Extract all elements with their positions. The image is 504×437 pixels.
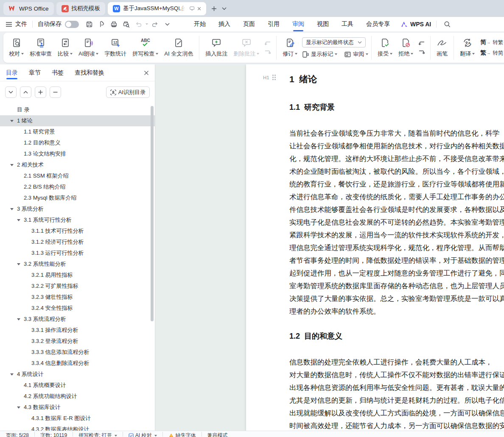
sidebar-tab[interactable]: 章节 bbox=[29, 64, 41, 81]
toc-item[interactable]: 3 系统分析 bbox=[0, 203, 155, 214]
menu-tab[interactable]: 页面 bbox=[243, 17, 255, 31]
menu-tab[interactable]: 开始 bbox=[194, 17, 206, 31]
page-indicator[interactable]: 页面: 5/28 bbox=[6, 432, 29, 437]
menu-tab[interactable]: 会员专享 bbox=[366, 17, 390, 31]
toc-item[interactable]: 3.3.1 操作流程分析 bbox=[0, 325, 155, 336]
toc-item[interactable]: 3.3.3 信息添加流程分析 bbox=[0, 347, 155, 358]
menu-tab[interactable]: 引用 bbox=[268, 17, 280, 31]
toc-item[interactable]: 2.2 B/S 结构介绍 bbox=[0, 181, 155, 192]
wps-ai-button[interactable]: WPS AI bbox=[401, 21, 431, 28]
toc-item[interactable]: 4.2 系统功能结构设计 bbox=[0, 391, 155, 402]
undo-dropdown-caret[interactable] bbox=[146, 23, 148, 25]
toc-item[interactable]: 3.3 系统流程分析 bbox=[0, 314, 155, 325]
next-change-icon[interactable] bbox=[418, 49, 426, 56]
chevron-expand-icon[interactable] bbox=[17, 406, 24, 409]
toc-item[interactable]: 3.3.2 登录流程分析 bbox=[0, 336, 155, 347]
track-changes-button[interactable]: 修订 bbox=[280, 35, 300, 61]
compat-mode-indicator[interactable]: 兼容模式 bbox=[207, 432, 228, 437]
toc-item[interactable]: 4.3.1 数据库 E-R 图设计 bbox=[0, 413, 155, 424]
toc-item[interactable]: 3.2.1 易用性指标 bbox=[0, 270, 155, 281]
sidebar-tab[interactable]: 目录 bbox=[6, 64, 18, 81]
redo-button[interactable] bbox=[150, 19, 160, 29]
toc-item[interactable]: 1.2 目的和意义 bbox=[0, 137, 155, 148]
standard-review-button[interactable]: 标准审查 bbox=[27, 35, 55, 61]
translate-button[interactable]: 文A 翻译 bbox=[457, 35, 478, 61]
menu-tab[interactable]: 工具 bbox=[342, 17, 353, 31]
menu-tab[interactable]: 插入 bbox=[218, 17, 230, 31]
toc-item[interactable]: 3.2.4 安全性指标 bbox=[0, 303, 155, 314]
chevron-expand-icon[interactable] bbox=[17, 263, 24, 265]
next-comment-icon[interactable] bbox=[264, 49, 272, 56]
toc-item[interactable]: 4.3 数据库设计 bbox=[0, 402, 155, 413]
sidebar-scrollbar[interactable] bbox=[151, 106, 154, 321]
show-markup-button[interactable]: 显示标记 bbox=[302, 50, 337, 58]
word-count-button[interactable]: 12 字数统计 bbox=[101, 35, 129, 61]
ink-pen-button[interactable]: 画笔 bbox=[434, 35, 451, 61]
toc-item[interactable]: 3.1.3 运行可行性分析 bbox=[0, 248, 155, 259]
quick-access-dropdown-button[interactable] bbox=[162, 19, 173, 29]
reject-change-button[interactable]: 拒绝 bbox=[395, 35, 416, 61]
chevron-expand-icon[interactable] bbox=[17, 219, 24, 221]
sidebar-tab[interactable]: 书签 bbox=[52, 64, 64, 81]
chevron-expand-icon[interactable] bbox=[10, 164, 17, 166]
ai-proofread-indicator[interactable]: AI 校对 bbox=[129, 432, 157, 437]
previous-comment-icon[interactable] bbox=[264, 40, 272, 47]
sidebar-tab[interactable]: 查找和替换 bbox=[75, 64, 104, 81]
toc-item[interactable]: 1 绪论 bbox=[0, 115, 155, 126]
toc-item[interactable]: 2.3 Mysql 数据库介绍 bbox=[0, 192, 155, 203]
chevron-expand-icon[interactable] bbox=[10, 120, 17, 122]
ai-recognize-toc-button[interactable]: AI识别目录 bbox=[106, 86, 150, 98]
print-preview-button[interactable] bbox=[121, 19, 132, 29]
toc-item[interactable]: 4 系统设计 bbox=[0, 369, 155, 380]
toc-item[interactable]: 3.2.2 可扩展性指标 bbox=[0, 281, 155, 292]
search-button[interactable] bbox=[442, 19, 452, 29]
compare-button[interactable]: 比较 bbox=[55, 35, 76, 61]
toc-item[interactable]: 4.1 系统概要设计 bbox=[0, 380, 155, 391]
review-pane-button[interactable]: 审阅 bbox=[344, 50, 368, 58]
save-button[interactable] bbox=[84, 19, 95, 29]
simplified-to-traditional-button[interactable]: 简→转繁 bbox=[480, 39, 503, 46]
export-pdf-button[interactable] bbox=[96, 19, 107, 29]
toc-item[interactable]: 1.3 论文结构安排 bbox=[0, 148, 155, 159]
toc-item[interactable]: 3.2.3 健壮性指标 bbox=[0, 292, 155, 303]
spell-check-button[interactable]: ABC 拼写检查 bbox=[129, 35, 161, 61]
toc-item[interactable]: 3.1 系统可行性分析 bbox=[0, 214, 155, 225]
word-count-indicator[interactable]: 字数: 10119 bbox=[40, 432, 67, 437]
toc-item[interactable]: 3.1.1 技术可行性分析 bbox=[0, 225, 155, 237]
previous-change-icon[interactable] bbox=[418, 40, 426, 47]
toc-item[interactable]: 2 相关技术 bbox=[0, 159, 155, 170]
heading-drag-handle[interactable]: H1 bbox=[263, 75, 276, 80]
tab-document-active[interactable]: W 基于JavaSSM+MySQL的实验 bbox=[108, 2, 206, 15]
ai-polish-button[interactable]: AI 全文润色 bbox=[161, 35, 196, 61]
chevron-expand-icon[interactable] bbox=[10, 208, 17, 210]
toc-item[interactable]: 目 录 bbox=[0, 104, 155, 115]
delete-comment-button[interactable]: 删除批注 bbox=[230, 35, 262, 61]
tab-list-dropdown-button[interactable] bbox=[219, 3, 229, 14]
accept-change-button[interactable]: 接受 bbox=[375, 35, 395, 61]
spellcheck-indicator[interactable]: 拼写检查: 打开 bbox=[78, 432, 117, 437]
ai-read-aloud-button[interactable]: AI朗读 bbox=[76, 35, 101, 61]
collapse-all-button[interactable] bbox=[5, 86, 17, 98]
markup-state-select[interactable]: 显示标记的最终状态 bbox=[302, 37, 366, 47]
traditional-to-simplified-button[interactable]: 繁→转简 bbox=[480, 49, 503, 57]
print-button[interactable] bbox=[109, 19, 119, 29]
chevron-expand-icon[interactable] bbox=[10, 373, 17, 376]
proofread-button[interactable]: 校对 bbox=[6, 35, 27, 61]
toc-item[interactable]: 2.1 SSM 框架介绍 bbox=[0, 170, 155, 181]
toc-item[interactable]: 3.2 系统性能分析 bbox=[0, 259, 155, 270]
toc-item[interactable]: 1.1 研究背景 bbox=[0, 126, 155, 137]
new-tab-button[interactable] bbox=[209, 3, 219, 14]
tab-wps-home[interactable]: WPS Office bbox=[3, 2, 54, 15]
autosave-toggle[interactable] bbox=[65, 21, 79, 28]
close-tab-icon[interactable] bbox=[197, 6, 201, 11]
file-menu-button[interactable]: 文件 bbox=[6, 20, 27, 28]
menu-tab[interactable]: 审阅 bbox=[292, 17, 304, 31]
tab-docer-templates[interactable]: AI 找稻壳模板 bbox=[56, 2, 106, 15]
zoom-in-button[interactable] bbox=[35, 86, 46, 98]
insert-comment-button[interactable]: 插入批注 bbox=[202, 35, 230, 61]
expand-all-button[interactable] bbox=[20, 86, 31, 98]
missing-font-warning[interactable]: 缺失字体 bbox=[168, 432, 196, 437]
chevron-expand-icon[interactable] bbox=[17, 318, 24, 320]
document-page[interactable]: H1 1 绪论 1.1 研究背景 当前社会各行业领域竞争压力非常大，随着当前时代… bbox=[246, 64, 504, 431]
undo-button[interactable] bbox=[133, 19, 144, 29]
